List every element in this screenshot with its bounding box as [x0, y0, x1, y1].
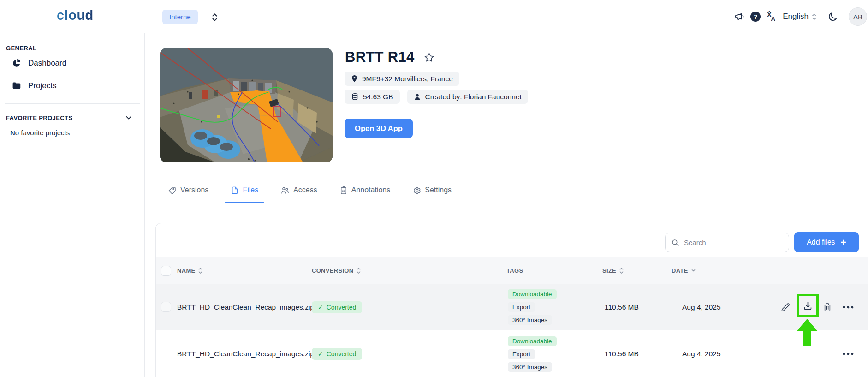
- plus-icon: +: [841, 238, 846, 246]
- sidebar-item-label: Projects: [28, 81, 56, 90]
- edit-pencil-icon[interactable]: [776, 284, 795, 330]
- sidebar: GENERAL Dashboard Projects FAVORITE PROJ…: [0, 33, 145, 377]
- file-size: 110.56 MB: [605, 330, 639, 377]
- sidebar-divider: [5, 103, 140, 104]
- topbar-actions: ? ẋ A English AB: [732, 0, 868, 33]
- megaphone-icon[interactable]: [732, 9, 748, 24]
- column-header-date[interactable]: DATE: [672, 257, 696, 284]
- org-badge[interactable]: Interne: [162, 10, 198, 24]
- app-logo[interactable]: cloud: [57, 8, 94, 23]
- people-icon: [280, 186, 290, 195]
- language-chevrons-icon[interactable]: [811, 13, 817, 21]
- creator-badge: Created by: Florian Fauconnet: [407, 90, 528, 104]
- pie-chart-icon: [12, 58, 21, 68]
- tab-annotations[interactable]: Annotations: [334, 178, 396, 203]
- conversion-cell: ✓ Converted: [312, 284, 362, 330]
- file-size: 110.56 MB: [605, 284, 639, 330]
- trash-icon[interactable]: [818, 284, 837, 330]
- more-actions-ellipsis-icon[interactable]: [839, 284, 857, 330]
- tag-downloadable: Downloadable: [508, 336, 557, 346]
- column-header-tags: TAGS: [506, 257, 523, 284]
- tags-cell: Downloadable Export 360° Images: [508, 330, 557, 377]
- sort-desc-icon: [691, 269, 696, 273]
- app-window: cloud Interne ? ẋ A: [0, 0, 868, 377]
- tag-export: Export: [508, 349, 535, 359]
- project-thumbnail[interactable]: [160, 48, 333, 162]
- sidebar-item-projects[interactable]: Projects: [0, 74, 144, 97]
- files-card: Add files + NAME CONVERSION: [155, 223, 868, 377]
- project-meta-row-1: 9MF9+32 Morvilliers, France: [345, 72, 459, 86]
- conversion-cell: ✓ Converted: [312, 330, 362, 377]
- tab-label: Annotations: [351, 186, 391, 194]
- sidebar-heading-favorites: FAVORITE PROJECTS: [6, 114, 144, 121]
- topbar: cloud Interne ? ẋ A: [0, 0, 868, 33]
- sidebar-heading-general: GENERAL: [6, 45, 144, 52]
- download-icon-highlighted[interactable]: [797, 294, 819, 317]
- search-icon: [671, 239, 679, 247]
- tab-label: Files: [243, 186, 258, 194]
- check-icon: ✓: [318, 350, 323, 358]
- person-icon: [414, 93, 421, 101]
- tab-settings[interactable]: Settings: [407, 178, 457, 203]
- tag-360-images: 360° Images: [508, 315, 552, 325]
- table-row: BRTT_HD_CleanClean_Recap_images.zip ✓ Co…: [156, 284, 868, 330]
- sidebar-item-dashboard[interactable]: Dashboard: [0, 52, 144, 74]
- chevron-down-icon[interactable]: [125, 114, 132, 121]
- search-input[interactable]: [684, 239, 772, 246]
- sort-icon: [198, 267, 203, 274]
- sidebar-item-label: Dashboard: [28, 59, 66, 68]
- tags-cell: Downloadable Export 360° Images: [508, 284, 557, 330]
- converted-badge: ✓ Converted: [312, 348, 362, 360]
- org-selector-icon[interactable]: [208, 11, 220, 23]
- database-icon: [351, 93, 359, 101]
- creator-text: Created by: Florian Fauconnet: [425, 93, 522, 101]
- file-name[interactable]: BRTT_HD_CleanClean_Recap_images.zip: [177, 330, 314, 377]
- select-all-checkbox[interactable]: [161, 266, 171, 276]
- location-text: 9MF9+32 Morvilliers, France: [362, 75, 453, 83]
- column-header-size[interactable]: SIZE: [602, 257, 624, 284]
- pointcloud-scene: [160, 48, 333, 162]
- tab-files[interactable]: Files: [225, 178, 264, 203]
- language-select[interactable]: English: [783, 12, 809, 21]
- help-icon[interactable]: ?: [748, 9, 763, 24]
- sort-icon: [619, 267, 624, 274]
- size-text: 54.63 GB: [363, 93, 393, 101]
- folder-icon: [12, 81, 21, 90]
- project-title-row: BRTT R14: [345, 49, 434, 66]
- project-meta-row-2: 54.63 GB Created by: Florian Fauconnet: [345, 90, 528, 104]
- file-date: Aug 4, 2025: [682, 284, 721, 330]
- more-actions-ellipsis-icon[interactable]: [839, 330, 857, 377]
- question-glyph: ?: [754, 13, 757, 20]
- tag-downloadable: Downloadable: [508, 289, 557, 299]
- row-checkbox[interactable]: [161, 302, 171, 312]
- tab-access[interactable]: Access: [275, 178, 323, 203]
- dark-mode-moon-icon[interactable]: [825, 9, 840, 24]
- tag-export: Export: [508, 302, 535, 312]
- column-header-name[interactable]: NAME: [177, 257, 203, 284]
- add-files-button[interactable]: Add files +: [794, 232, 859, 252]
- location-badge: 9MF9+32 Morvilliers, France: [345, 72, 459, 86]
- size-badge: 54.63 GB: [345, 90, 400, 104]
- tag-360-images: 360° Images: [508, 362, 552, 372]
- table-row: BRTT_HD_CleanClean_Recap_images.zip ✓ Co…: [156, 330, 868, 377]
- file-date: Aug 4, 2025: [682, 330, 721, 377]
- clipboard-icon: [339, 186, 348, 195]
- file-name[interactable]: BRTT_HD_CleanClean_Recap_images.zip: [177, 284, 314, 330]
- tag-icon: [168, 186, 177, 195]
- sort-icon: [356, 267, 361, 274]
- favorites-empty-text: No favorite projects: [10, 129, 144, 137]
- tab-versions[interactable]: Versions: [162, 178, 214, 203]
- column-header-conversion[interactable]: CONVERSION: [312, 257, 361, 284]
- tab-label: Access: [293, 186, 317, 194]
- tab-label: Versions: [180, 186, 208, 194]
- map-pin-icon: [351, 75, 358, 83]
- project-tabs: Versions Files Access: [155, 178, 868, 203]
- translate-icon[interactable]: ẋ A: [763, 9, 779, 24]
- favorite-star-icon[interactable]: [424, 52, 434, 63]
- user-avatar[interactable]: AB: [849, 7, 867, 26]
- page-title: BRTT R14: [345, 49, 415, 66]
- check-icon: ✓: [318, 304, 323, 311]
- file-icon: [231, 186, 239, 195]
- converted-badge: ✓ Converted: [312, 301, 362, 313]
- open-3d-app-button[interactable]: Open 3D App: [345, 119, 413, 138]
